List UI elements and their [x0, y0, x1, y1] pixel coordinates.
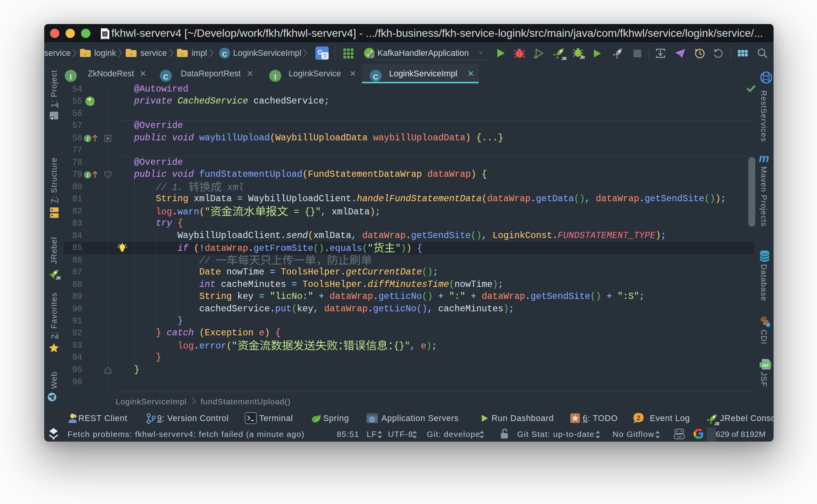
svg-text:JR: JR	[562, 57, 566, 60]
svg-text:C: C	[373, 73, 379, 81]
svg-text:C: C	[222, 50, 227, 58]
svg-text:2: 2	[637, 415, 640, 421]
svg-text:I: I	[86, 135, 89, 142]
svg-text:I: I	[70, 73, 72, 81]
svg-text:JR: JR	[715, 422, 719, 426]
svg-text:I: I	[86, 172, 89, 178]
svg-text:JAVA: JAVA	[102, 37, 108, 40]
svg-text:JSF: JSF	[761, 363, 769, 368]
svg-text:JR: JR	[580, 55, 585, 60]
svg-text:C: C	[163, 73, 169, 81]
svg-text:I: I	[274, 73, 276, 81]
